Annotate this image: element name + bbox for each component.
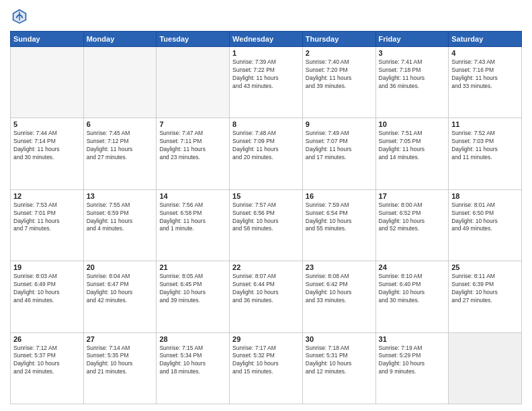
calendar-cell: 23Sunrise: 8:08 AM Sunset: 6:42 PM Dayli… <box>302 261 375 332</box>
calendar-cell <box>11 47 84 118</box>
calendar-cell: 27Sunrise: 7:14 AM Sunset: 5:35 PM Dayli… <box>83 332 157 404</box>
day-info: Sunrise: 7:43 AM Sunset: 7:16 PM Dayligh… <box>451 58 519 91</box>
day-number: 7 <box>159 120 226 128</box>
logo <box>10 7 32 26</box>
day-info: Sunrise: 8:03 AM Sunset: 6:49 PM Dayligh… <box>13 273 81 305</box>
calendar-cell: 28Sunrise: 7:15 AM Sunset: 5:34 PM Dayli… <box>157 332 230 404</box>
calendar-cell: 17Sunrise: 8:00 AM Sunset: 6:52 PM Dayli… <box>375 189 449 261</box>
day-number: 21 <box>159 263 226 271</box>
weekday-header-monday: Monday <box>83 32 157 47</box>
day-info: Sunrise: 7:14 AM Sunset: 5:35 PM Dayligh… <box>87 345 154 377</box>
day-info: Sunrise: 7:52 AM Sunset: 7:03 PM Dayligh… <box>451 130 519 162</box>
day-number: 10 <box>379 120 446 128</box>
weekday-header-sunday: Sunday <box>11 32 84 47</box>
day-number: 22 <box>232 263 300 271</box>
weekday-header-saturday: Saturday <box>449 32 522 47</box>
day-info: Sunrise: 7:18 AM Sunset: 5:31 PM Dayligh… <box>306 345 373 377</box>
day-number: 11 <box>451 120 519 128</box>
calendar-cell: 26Sunrise: 7:12 AM Sunset: 5:37 PM Dayli… <box>11 332 84 404</box>
day-info: Sunrise: 8:07 AM Sunset: 6:44 PM Dayligh… <box>232 273 300 305</box>
day-number: 24 <box>379 263 446 271</box>
day-number: 4 <box>451 49 519 57</box>
calendar-cell: 31Sunrise: 7:19 AM Sunset: 5:29 PM Dayli… <box>375 332 449 404</box>
day-number: 3 <box>379 49 446 57</box>
day-info: Sunrise: 7:51 AM Sunset: 7:05 PM Dayligh… <box>379 130 446 162</box>
day-number: 9 <box>306 120 373 128</box>
day-number: 12 <box>13 192 81 200</box>
day-info: Sunrise: 7:39 AM Sunset: 7:22 PM Dayligh… <box>232 58 300 91</box>
calendar-cell: 30Sunrise: 7:18 AM Sunset: 5:31 PM Dayli… <box>302 332 375 404</box>
day-info: Sunrise: 7:41 AM Sunset: 7:18 PM Dayligh… <box>379 58 446 91</box>
day-number: 25 <box>451 263 519 271</box>
day-info: Sunrise: 7:44 AM Sunset: 7:14 PM Dayligh… <box>13 130 81 162</box>
day-number: 23 <box>306 263 373 271</box>
day-info: Sunrise: 7:45 AM Sunset: 7:12 PM Dayligh… <box>87 130 154 162</box>
calendar-cell <box>449 332 522 404</box>
day-number: 6 <box>87 120 154 128</box>
day-info: Sunrise: 7:15 AM Sunset: 5:34 PM Dayligh… <box>159 345 226 377</box>
page: SundayMondayTuesdayWednesdayThursdayFrid… <box>0 0 532 411</box>
day-number: 8 <box>232 120 300 128</box>
day-info: Sunrise: 7:48 AM Sunset: 7:09 PM Dayligh… <box>232 130 300 162</box>
weekday-header-thursday: Thursday <box>302 32 375 47</box>
day-info: Sunrise: 7:47 AM Sunset: 7:11 PM Dayligh… <box>159 130 226 162</box>
calendar-cell: 8Sunrise: 7:48 AM Sunset: 7:09 PM Daylig… <box>230 118 303 189</box>
day-info: Sunrise: 7:40 AM Sunset: 7:20 PM Dayligh… <box>306 58 373 91</box>
calendar-table: SundayMondayTuesdayWednesdayThursdayFrid… <box>10 31 522 404</box>
weekday-header-tuesday: Tuesday <box>157 32 230 47</box>
day-info: Sunrise: 8:10 AM Sunset: 6:40 PM Dayligh… <box>379 273 446 305</box>
calendar-cell: 22Sunrise: 8:07 AM Sunset: 6:44 PM Dayli… <box>230 261 303 332</box>
day-info: Sunrise: 8:05 AM Sunset: 6:45 PM Dayligh… <box>159 273 226 305</box>
day-info: Sunrise: 7:59 AM Sunset: 6:54 PM Dayligh… <box>306 201 373 234</box>
day-info: Sunrise: 7:57 AM Sunset: 6:56 PM Dayligh… <box>232 201 300 234</box>
day-info: Sunrise: 7:49 AM Sunset: 7:07 PM Dayligh… <box>306 130 373 162</box>
calendar-cell: 18Sunrise: 8:01 AM Sunset: 6:50 PM Dayli… <box>449 189 522 261</box>
day-info: Sunrise: 8:04 AM Sunset: 6:47 PM Dayligh… <box>87 273 154 305</box>
day-info: Sunrise: 7:17 AM Sunset: 5:32 PM Dayligh… <box>232 345 300 377</box>
day-number: 14 <box>159 192 226 200</box>
calendar-cell: 6Sunrise: 7:45 AM Sunset: 7:12 PM Daylig… <box>83 118 157 189</box>
day-number: 18 <box>451 192 519 200</box>
day-number: 5 <box>13 120 81 128</box>
calendar-cell: 14Sunrise: 7:56 AM Sunset: 6:58 PM Dayli… <box>157 189 230 261</box>
day-number: 30 <box>306 335 373 343</box>
calendar-cell: 25Sunrise: 8:11 AM Sunset: 6:39 PM Dayli… <box>449 261 522 332</box>
calendar-cell: 4Sunrise: 7:43 AM Sunset: 7:16 PM Daylig… <box>449 47 522 118</box>
day-info: Sunrise: 7:19 AM Sunset: 5:29 PM Dayligh… <box>379 345 446 377</box>
day-number: 26 <box>13 335 81 343</box>
calendar-cell: 9Sunrise: 7:49 AM Sunset: 7:07 PM Daylig… <box>302 118 375 189</box>
day-info: Sunrise: 8:08 AM Sunset: 6:42 PM Dayligh… <box>306 273 373 305</box>
day-number: 20 <box>87 263 154 271</box>
header <box>10 7 522 26</box>
calendar-cell: 21Sunrise: 8:05 AM Sunset: 6:45 PM Dayli… <box>157 261 230 332</box>
day-number: 17 <box>379 192 446 200</box>
calendar-cell: 19Sunrise: 8:03 AM Sunset: 6:49 PM Dayli… <box>11 261 84 332</box>
calendar-cell: 10Sunrise: 7:51 AM Sunset: 7:05 PM Dayli… <box>375 118 449 189</box>
calendar-cell: 11Sunrise: 7:52 AM Sunset: 7:03 PM Dayli… <box>449 118 522 189</box>
calendar-cell: 2Sunrise: 7:40 AM Sunset: 7:20 PM Daylig… <box>302 47 375 118</box>
day-number: 16 <box>306 192 373 200</box>
day-number: 15 <box>232 192 300 200</box>
calendar-cell: 15Sunrise: 7:57 AM Sunset: 6:56 PM Dayli… <box>230 189 303 261</box>
calendar-cell: 20Sunrise: 8:04 AM Sunset: 6:47 PM Dayli… <box>83 261 157 332</box>
day-number: 27 <box>87 335 154 343</box>
day-info: Sunrise: 7:53 AM Sunset: 7:01 PM Dayligh… <box>13 201 81 234</box>
calendar-cell: 29Sunrise: 7:17 AM Sunset: 5:32 PM Dayli… <box>230 332 303 404</box>
day-info: Sunrise: 8:01 AM Sunset: 6:50 PM Dayligh… <box>451 201 519 234</box>
logo-icon <box>10 7 29 26</box>
calendar-cell: 12Sunrise: 7:53 AM Sunset: 7:01 PM Dayli… <box>11 189 84 261</box>
calendar-cell: 7Sunrise: 7:47 AM Sunset: 7:11 PM Daylig… <box>157 118 230 189</box>
day-info: Sunrise: 7:56 AM Sunset: 6:58 PM Dayligh… <box>159 201 226 234</box>
weekday-header-wednesday: Wednesday <box>230 32 303 47</box>
day-number: 1 <box>232 49 300 57</box>
day-number: 19 <box>13 263 81 271</box>
day-number: 31 <box>379 335 446 343</box>
calendar-cell: 3Sunrise: 7:41 AM Sunset: 7:18 PM Daylig… <box>375 47 449 118</box>
calendar-cell: 1Sunrise: 7:39 AM Sunset: 7:22 PM Daylig… <box>230 47 303 118</box>
day-info: Sunrise: 7:55 AM Sunset: 6:59 PM Dayligh… <box>87 201 154 234</box>
day-number: 28 <box>159 335 226 343</box>
day-number: 13 <box>87 192 154 200</box>
calendar-cell: 16Sunrise: 7:59 AM Sunset: 6:54 PM Dayli… <box>302 189 375 261</box>
calendar-cell: 5Sunrise: 7:44 AM Sunset: 7:14 PM Daylig… <box>11 118 84 189</box>
day-info: Sunrise: 7:12 AM Sunset: 5:37 PM Dayligh… <box>13 345 81 377</box>
